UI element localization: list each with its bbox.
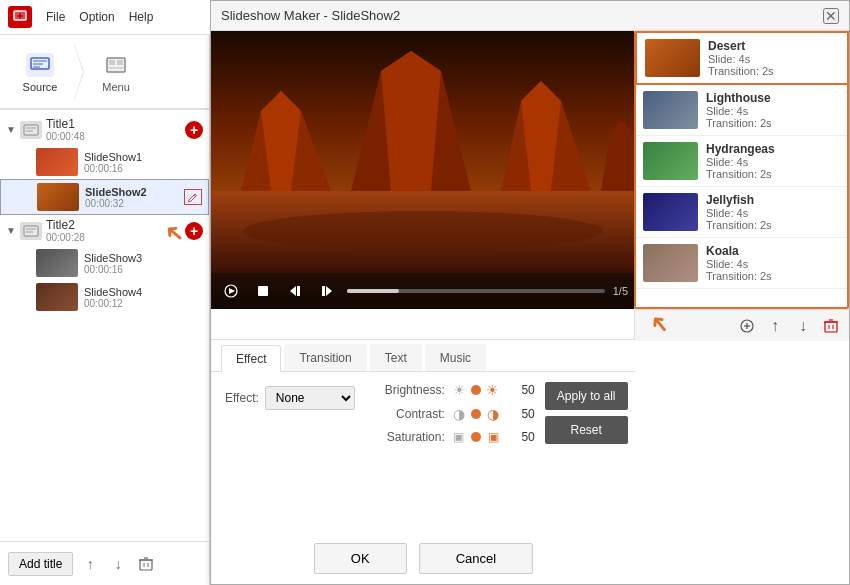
sidebar-down-button[interactable]: ↓ [107, 553, 129, 575]
tab-text[interactable]: Text [370, 344, 422, 371]
effect-buttons: Apply to all Reset [545, 382, 638, 444]
slide-delete-button[interactable] [819, 314, 843, 338]
tree-add-btn-1[interactable]: + [185, 121, 203, 139]
progress-bar[interactable] [347, 289, 605, 293]
tree-group-title1-info: Title1 00:00:48 [46, 117, 181, 142]
svg-rect-18 [140, 560, 152, 570]
app-menu-bar: File Option Help [0, 0, 210, 35]
slide-item-hydrangeas[interactable]: Hydrangeas Slide: 4s Transition: 2s [635, 136, 849, 187]
tree-group-icon-2 [20, 222, 42, 240]
menu-option[interactable]: Option [73, 8, 120, 26]
contrast-low-icon: ◑ [453, 406, 465, 422]
bottom-buttons: OK Cancel [211, 543, 636, 574]
tree-thumb-slideshow3 [36, 249, 78, 277]
add-title-button[interactable]: Add title [8, 552, 73, 576]
tree-thumb-slideshow1 [36, 148, 78, 176]
contrast-thumb[interactable] [471, 409, 481, 419]
slide-item-jellyfish[interactable]: Jellyfish Slide: 4s Transition: 2s [635, 187, 849, 238]
slide-down-button[interactable]: ↓ [791, 314, 815, 338]
tree-container: ▼ Title1 00:00:48 + SlideS [0, 110, 209, 541]
tree-group-title2-header[interactable]: ▼ Title2 00:00:28 + [0, 215, 209, 246]
contrast-track[interactable] [475, 412, 477, 416]
tree-group-title2-info: Title2 00:00:28 [46, 218, 181, 243]
brightness-high-icon: ☀ [486, 382, 499, 398]
slide-up-button[interactable]: ↑ [763, 314, 787, 338]
tree-item-slideshow1[interactable]: SlideShow1 00:00:16 [0, 145, 209, 179]
brightness-thumb[interactable] [471, 385, 481, 395]
slide-name-jellyfish: Jellyfish [706, 193, 841, 207]
slide-name-lighthouse: Lighthouse [706, 91, 841, 105]
svg-marker-31 [326, 286, 332, 296]
tree-item-slideshow2[interactable]: SlideShow2 00:00:32 [0, 179, 209, 215]
tab-effect[interactable]: Effect [221, 345, 281, 372]
sidebar-tab-source[interactable]: Source [10, 43, 70, 101]
slide-list: Desert Slide: 4s Transition: 2s Lighthou… [634, 31, 849, 309]
tree-arrow-2: ▼ [6, 225, 16, 236]
tree-item-slideshow3-time: 00:00:16 [84, 264, 203, 275]
cancel-button[interactable]: Cancel [419, 543, 533, 574]
saturation-row: Saturation: ▣ ▣ 50 [375, 430, 535, 444]
svg-rect-10 [117, 60, 123, 65]
tree-group-title1-time: 00:00:48 [46, 131, 181, 142]
slide-name-koala: Koala [706, 244, 841, 258]
effect-select[interactable]: None Fade Sepia [265, 386, 355, 410]
slide-thumb-jellyfish [643, 193, 698, 231]
svg-rect-36 [825, 322, 837, 332]
tree-item-slideshow3[interactable]: SlideShow3 00:00:16 [0, 246, 209, 280]
prev-button[interactable] [283, 279, 307, 303]
main-window: Slideshow Maker - SlideShow2 ✕ [210, 0, 850, 585]
slide-add-button[interactable] [735, 314, 759, 338]
slide-info-koala: Koala Slide: 4s Transition: 2s [706, 244, 841, 282]
video-bg [211, 31, 636, 309]
slide-transition-desert: Transition: 2s [708, 65, 839, 77]
slide-duration-desert: Slide: 4s [708, 53, 839, 65]
app-logo [6, 4, 34, 30]
play-button[interactable] [219, 279, 243, 303]
tree-thumb-slideshow2 [37, 183, 79, 211]
tree-item-slideshow1-time: 00:00:16 [84, 163, 203, 174]
svg-rect-30 [297, 286, 300, 296]
page-indicator: 1/5 [613, 285, 628, 297]
menu-help[interactable]: Help [123, 8, 160, 26]
close-button[interactable]: ✕ [823, 8, 839, 24]
svg-rect-12 [24, 125, 38, 135]
tabs-nav: Effect Transition Text Music [211, 340, 636, 372]
sidebar-delete-button[interactable] [135, 553, 157, 575]
menu-file[interactable]: File [40, 8, 71, 26]
tab-music[interactable]: Music [425, 344, 486, 371]
ok-button[interactable]: OK [314, 543, 407, 574]
slide-transition-hydrangeas: Transition: 2s [706, 168, 841, 180]
tree-item-edit-btn[interactable] [184, 189, 202, 205]
effect-selector-row: Effect: None Fade Sepia [225, 386, 355, 410]
apply-all-button[interactable]: Apply to all [545, 382, 628, 410]
tree-group-title1: ▼ Title1 00:00:48 + SlideS [0, 114, 209, 215]
slide-thumb-desert [645, 39, 700, 77]
slide-transition-lighthouse: Transition: 2s [706, 117, 841, 129]
sidebar-up-button[interactable]: ↑ [79, 553, 101, 575]
sidebar: Source Menu ▼ [0, 35, 210, 585]
tree-item-slideshow4[interactable]: SlideShow4 00:00:12 [0, 280, 209, 314]
next-button[interactable] [315, 279, 339, 303]
tree-add-btn-2[interactable]: + [185, 222, 203, 240]
tree-group-title1-header[interactable]: ▼ Title1 00:00:48 + [0, 114, 209, 145]
reset-button[interactable]: Reset [545, 416, 628, 444]
slide-transition-jellyfish: Transition: 2s [706, 219, 841, 231]
saturation-thumb[interactable] [471, 432, 481, 442]
contrast-label: Contrast: [375, 407, 445, 421]
tree-item-slideshow2-time: 00:00:32 [85, 198, 178, 209]
slide-item-desert[interactable]: Desert Slide: 4s Transition: 2s [635, 31, 849, 85]
stop-button[interactable] [251, 279, 275, 303]
tree-group-title2: ▼ Title2 00:00:28 + SlideS [0, 215, 209, 314]
svg-marker-27 [229, 288, 235, 294]
saturation-low-icon: ▣ [453, 430, 464, 444]
contrast-value: 50 [507, 407, 535, 421]
tab-transition[interactable]: Transition [284, 344, 366, 371]
title-bar: Slideshow Maker - SlideShow2 ✕ [211, 1, 849, 31]
slide-item-lighthouse[interactable]: Lighthouse Slide: 4s Transition: 2s [635, 85, 849, 136]
tree-thumb-slideshow4 [36, 283, 78, 311]
tab-content-effect: Effect: None Fade Sepia Brightness: ☀ [211, 372, 636, 462]
sidebar-tab-menu[interactable]: Menu [86, 43, 146, 101]
progress-fill [347, 289, 399, 293]
slide-item-koala[interactable]: Koala Slide: 4s Transition: 2s [635, 238, 849, 289]
saturation-track[interactable] [474, 435, 478, 439]
